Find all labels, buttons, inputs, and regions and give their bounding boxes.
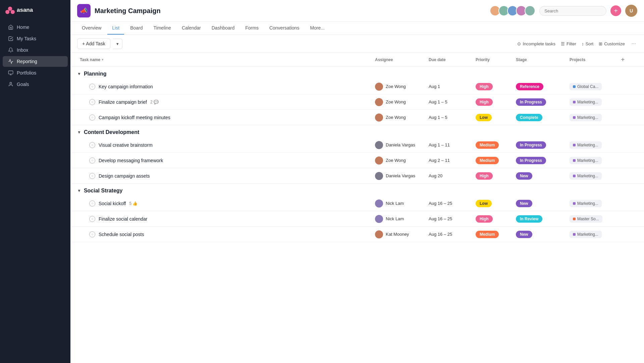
task-due-date: Aug 16 – 25 [426,229,473,239]
col-task-name-label: Task name [80,57,100,62]
add-button[interactable]: + [610,5,621,16]
task-due-date: Aug 1 – 11 [426,140,473,150]
task-stage: New [513,197,567,210]
asana-logo[interactable]: asana [0,5,70,21]
user-avatar[interactable]: U [625,5,637,17]
assignee-name: Zoe Wong [386,99,406,104]
assignee-avatar [375,215,383,223]
tab-dashboard[interactable]: Dashboard [207,22,239,35]
task-assignee: Zoe Wong [372,95,426,109]
assignee-avatar [375,172,383,180]
task-row-planning-0[interactable]: ○ Key campaign information Zoe Wong Aug … [70,79,644,94]
task-assignee: Zoe Wong [372,154,426,167]
section-toggle-content-development[interactable]: ▼ [77,130,81,135]
tab-calendar[interactable]: Calendar [177,22,206,35]
task-name-cell: ○ Campaign kickoff meeting minutes [77,112,372,123]
add-task-dropdown[interactable]: ▾ [113,39,122,49]
task-name: Social kickoff [99,201,126,206]
task-complete-btn[interactable]: ○ [89,84,95,90]
tab-timeline[interactable]: Timeline [149,22,176,35]
sidebar-item-reporting[interactable]: Reporting [3,56,68,67]
search-input[interactable] [539,6,606,16]
sort-button[interactable]: ↕ Sort [582,41,593,46]
task-stage: In Review [513,213,567,225]
task-due-date: Aug 1 – 5 [426,112,473,123]
project-name: Global Ca... [577,84,598,89]
customize-button[interactable]: ⊞ Customize [599,41,625,46]
tab-more[interactable]: More... [305,22,329,35]
task-complete-btn[interactable]: ○ [89,173,95,179]
sidebar-item-my-tasks[interactable]: My Tasks [3,33,68,44]
task-row-social-strategy-2[interactable]: ○ Schedule social posts Kat Mooney Aug 1… [70,227,644,242]
task-complete-btn[interactable]: ○ [89,231,95,237]
filter-button[interactable]: ☰ Filter [561,41,576,46]
task-complete-btn[interactable]: ○ [89,216,95,222]
sidebar-item-portfolios[interactable]: Portfolios [3,67,68,78]
task-priority: Low [473,197,513,210]
assignee-name: Zoe Wong [386,158,406,163]
logo-text: asana [17,7,33,13]
task-complete-btn[interactable]: ○ [89,200,95,207]
task-project: Marketing... [567,154,627,167]
project-badge: Global Ca... [570,83,602,90]
task-row-content-development-2[interactable]: ○ Design campaign assets Daniela Vargas … [70,168,644,184]
project-name: Marketing... [577,100,598,104]
priority-badge: Medium [476,141,499,149]
task-row-social-strategy-1[interactable]: ○ Finalize social calendar Nick Lam Aug … [70,211,644,227]
more-options-button[interactable]: ··· [630,39,637,48]
task-row-content-development-1[interactable]: ○ Develop messaging framework Zoe Wong A… [70,153,644,168]
task-assignee: Nick Lam [372,197,426,210]
add-task-button[interactable]: + Add Task [77,38,110,49]
task-row-more [627,142,637,148]
priority-badge: High [476,98,493,106]
task-row-more [627,216,637,222]
project-nav: Overview List Board Timeline Calendar Da… [70,22,644,35]
task-due-date: Aug 1 [426,81,473,92]
task-complete-btn[interactable]: ○ [89,99,95,105]
task-extras: 2 💬 [150,100,159,104]
task-name: Develop messaging framework [99,158,163,163]
project-icon: 📣 [77,4,91,17]
task-name-cell: ○ Finalize campaign brief 2 💬 [77,96,372,108]
project-name: Marketing... [577,232,598,237]
incomplete-tasks-filter[interactable]: ⊙ Incomplete tasks [517,41,555,46]
task-complete-btn[interactable]: ○ [89,157,95,164]
col-priority: Priority [473,53,513,66]
section-toggle-social-strategy[interactable]: ▼ [77,188,81,193]
project-dot [573,218,576,220]
assignee-avatar [375,199,383,208]
sidebar-item-home[interactable]: Home [3,22,68,33]
section-toggle-planning[interactable]: ▼ [77,72,81,76]
section-header-social-strategy: ▼ Social Strategy [70,184,644,196]
task-row-content-development-0[interactable]: ○ Visual creative brainstorm Daniela Var… [70,137,644,153]
sidebar: asana Home My Tasks Inbox Reporting Port… [0,0,70,363]
tab-list[interactable]: List [107,22,124,35]
task-due-date: Aug 16 – 25 [426,214,473,224]
tab-forms[interactable]: Forms [240,22,263,35]
tab-board[interactable]: Board [125,22,147,35]
sidebar-item-inbox[interactable]: Inbox [3,45,68,55]
task-row-more [627,84,637,89]
sidebar-label-inbox: Inbox [17,47,28,53]
priority-badge: Medium [476,231,499,238]
task-row-planning-1[interactable]: ○ Finalize campaign brief 2 💬 Zoe Wong A… [70,94,644,110]
task-complete-btn[interactable]: ○ [89,115,95,121]
task-complete-btn[interactable]: ○ [89,142,95,148]
task-row-social-strategy-0[interactable]: ○ Social kickoff 5 👍 Nick Lam Aug 16 – 2… [70,196,644,211]
task-stage: Reference [513,80,567,93]
task-row-more [627,173,637,179]
assignee-name: Nick Lam [386,201,404,206]
task-row-planning-2[interactable]: ○ Campaign kickoff meeting minutes Zoe W… [70,110,644,125]
task-project: Marketing... [567,170,627,182]
task-project: Marketing... [567,228,627,241]
task-assignee: Zoe Wong [372,80,426,93]
tab-conversations[interactable]: Conversations [265,22,304,35]
sidebar-item-goals[interactable]: Goals [3,79,68,90]
add-column-button[interactable]: + [621,56,625,63]
toolbar: + Add Task ▾ ⊙ Incomplete tasks ☰ Filter… [70,35,644,53]
project-dot [573,202,576,205]
tab-overview[interactable]: Overview [77,22,106,35]
sidebar-label-my-tasks: My Tasks [17,36,36,41]
col-assignee: Assignee [372,53,426,66]
sidebar-label-goals: Goals [17,82,29,87]
